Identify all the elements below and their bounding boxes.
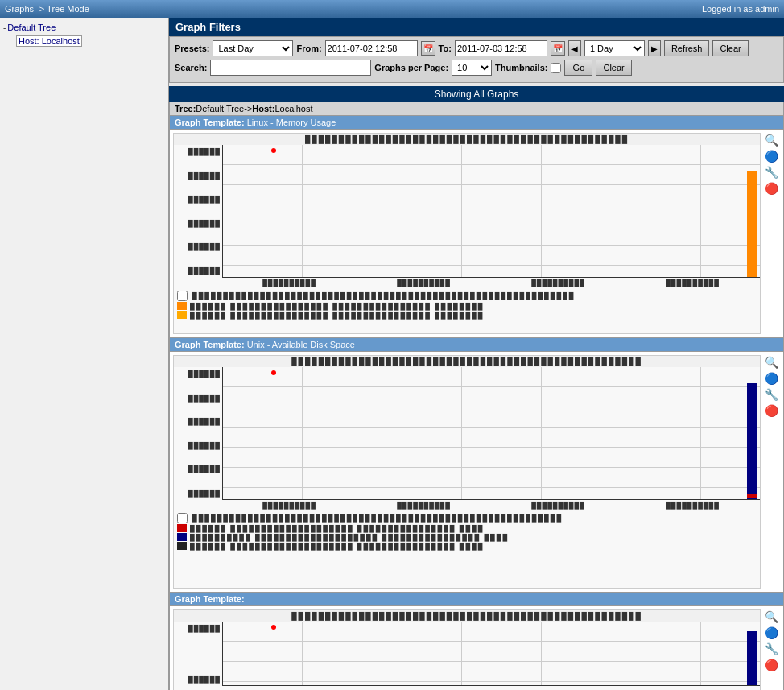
clear-button[interactable]: Clear [596, 60, 631, 76]
graph-area-2: ████████████████████████████████████████… [173, 355, 761, 589]
host-prefix: Host: [252, 104, 274, 114]
graph-plot-2 [222, 367, 760, 500]
presets-select[interactable]: Last Day Last Week Last Month Last Year [213, 40, 293, 56]
go-button[interactable]: Go [564, 60, 592, 76]
graph-title-2: ████████████████████████████████████████… [174, 356, 760, 367]
from-label: From: [296, 43, 321, 53]
legend-row-2-3: ██████ ████████████████████ ████████████… [177, 542, 757, 550]
tree-child: Host: Localhost [16, 34, 165, 48]
graphs-per-page-label: Graphs per Page: [374, 63, 448, 72]
legend-row-2-0: ████████████████████████████████████████… [177, 513, 757, 523]
legend-row-2-1: ██████ ████████████████████ ████████████… [177, 524, 757, 532]
wrench-icon-2[interactable]: 🔧 [764, 387, 778, 402]
graph-section-1: Graph Template: Linux - Memory Usage ███… [169, 116, 784, 338]
graph-template-bar-2: Graph Template: Unix - Available Disk Sp… [169, 338, 784, 352]
wrench-icon-1[interactable]: 🔧 [764, 165, 778, 180]
sidebar: - Default Tree Host: Localhost [0, 18, 169, 690]
filters-body: Presets: Last Day Last Week Last Month L… [169, 36, 784, 83]
graph-container-1: ████████████████████████████████████████… [169, 130, 784, 338]
delete-icon-3[interactable]: 🔴 [764, 658, 778, 672]
graph-red-dot-2 [271, 370, 276, 375]
legend-row-0: ████████████████████████████████████████… [177, 291, 757, 301]
y-axis-3: ██████ ██████ [174, 622, 222, 686]
filters-title: Graph Filters [175, 21, 241, 33]
to-calendar-button[interactable]: 📅 [551, 41, 565, 56]
graph-section-2: Graph Template: Unix - Available Disk Sp… [169, 338, 784, 593]
per-page-select[interactable]: 10 25 50 100 [452, 60, 492, 76]
legend-row-2: ██████ ████████████████ ████████████████… [177, 311, 757, 319]
from-calendar-button[interactable]: 📅 [421, 41, 435, 56]
tree-collapse-icon[interactable]: - [3, 23, 6, 32]
main-content: Graph Filters Presets: Last Day Last Wee… [169, 18, 784, 690]
zoom-icon-2[interactable]: 🔍 [764, 355, 778, 370]
clear-top-button[interactable]: Clear [712, 40, 748, 56]
default-tree-link[interactable]: Default Tree [7, 23, 56, 32]
host-label[interactable]: Host: Localhost [16, 35, 82, 47]
bar-blue-3 [747, 631, 757, 685]
delete-icon-2[interactable]: 🔴 [764, 403, 778, 418]
search-label: Search: [175, 63, 207, 72]
zoom-icon-1[interactable]: 🔍 [764, 133, 778, 147]
x-axis-1: ██████████ ██████████ ██████████ ███████… [174, 278, 760, 288]
legend-color-1 [177, 302, 187, 310]
graph-red-dot-3 [271, 625, 276, 630]
bar-red-2 [747, 494, 757, 498]
next-period-button[interactable]: ▶ [648, 40, 661, 56]
from-date-input[interactable] [325, 40, 418, 56]
tree-prefix: Tree: [175, 104, 196, 114]
legend-checkbox-2-0[interactable] [177, 513, 188, 523]
graph-body-1: ██████ ██████ ██████ ██████ ██████ █████… [174, 145, 760, 278]
graph-section-3: Graph Template: ████████████████████████… [169, 593, 784, 690]
tree-toggle-item[interactable]: - Default Tree [3, 21, 165, 34]
period-select[interactable]: 1 Day 1 Week 1 Month 1 Year [584, 40, 645, 56]
tree-arrow: -> [244, 104, 252, 114]
breadcrumb: Graphs -> Tree Mode [5, 4, 89, 14]
graph-body-2: ██████ ██████ ██████ ██████ ██████ █████… [174, 367, 760, 500]
legend-color-2-1 [177, 524, 187, 532]
delete-icon-1[interactable]: 🔴 [764, 181, 778, 196]
refresh-button[interactable]: Refresh [664, 40, 710, 56]
graph-container-3: ████████████████████████████████████████… [169, 606, 784, 690]
graph-title-1: ████████████████████████████████████████… [174, 134, 760, 145]
zoom-icon-3[interactable]: 🔍 [764, 609, 778, 624]
legend-checkbox-0[interactable] [177, 291, 188, 301]
legend-row-2-2: ██████████ ████████████████████ ████████… [177, 533, 757, 541]
template-label-1: Graph Template: [175, 118, 247, 127]
presets-label: Presets: [175, 43, 209, 53]
wrench-icon-3[interactable]: 🔧 [764, 642, 778, 656]
filter-row-1: Presets: Last Day Last Week Last Month L… [175, 40, 778, 56]
info-icon-1[interactable]: 🔵 [764, 149, 778, 163]
graph-template-bar-1: Graph Template: Linux - Memory Usage [169, 116, 784, 130]
to-date-input[interactable] [455, 40, 547, 56]
template-name-1: Linux - Memory Usage [247, 118, 336, 127]
graph-actions-1: 🔍 🔵 🔧 🔴 [764, 133, 780, 334]
info-icon-3[interactable]: 🔵 [764, 626, 778, 640]
graph-plot-1 [222, 145, 760, 278]
bar-orange-1 [747, 171, 757, 277]
prev-period-button[interactable]: ◀ [568, 40, 581, 56]
y-axis-2: ██████ ██████ ██████ ██████ ██████ █████… [174, 367, 222, 500]
tree-name: Default Tree [196, 104, 244, 114]
graph-title-3: ████████████████████████████████████████… [174, 610, 760, 622]
legend-color-2-3 [177, 542, 187, 550]
template-label-2: Graph Template: [175, 340, 247, 349]
graph-area-1: ████████████████████████████████████████… [173, 133, 761, 334]
graph-red-dot-1 [271, 148, 276, 153]
bar-blue-2 [747, 383, 757, 499]
graph-body-3: ██████ ██████ [174, 622, 760, 686]
host-item[interactable]: Host: Localhost [16, 34, 165, 48]
to-label: To: [439, 43, 452, 53]
graph-actions-3: 🔍 🔵 🔧 🔴 [764, 609, 780, 690]
filters-panel-header: Graph Filters [169, 18, 784, 36]
graph-area-3: ████████████████████████████████████████… [173, 609, 761, 690]
legend-color-2-2 [177, 533, 187, 541]
graph-template-bar-3: Graph Template: [169, 593, 784, 606]
thumbnails-checkbox[interactable] [551, 63, 561, 73]
graph-image-2: ████████████████████████████████████████… [173, 355, 761, 589]
search-input[interactable] [210, 60, 371, 76]
y-axis-1: ██████ ██████ ██████ ██████ ██████ █████… [174, 145, 222, 278]
showing-bar: Showing All Graphs [169, 86, 784, 102]
info-icon-2[interactable]: 🔵 [764, 371, 778, 386]
legend-color-2 [177, 311, 187, 319]
user-info: Logged in as admin [702, 4, 779, 14]
